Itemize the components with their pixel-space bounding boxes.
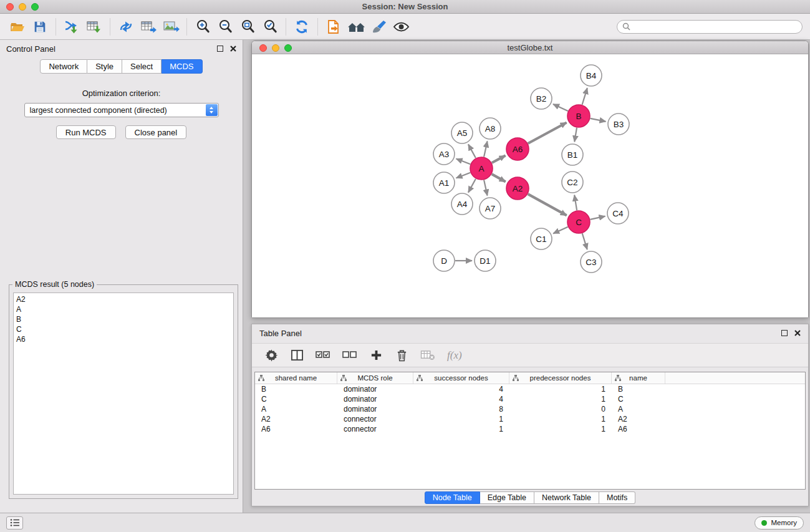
delete-column-button[interactable] [395, 349, 408, 362]
graph-node-B1[interactable]: B1 [562, 144, 583, 165]
graph-edge-C-C1[interactable] [553, 227, 568, 234]
close-network-window-button[interactable] [259, 44, 267, 52]
graph-node-B4[interactable]: B4 [581, 65, 602, 86]
deselect-all-rows-button[interactable] [342, 349, 357, 361]
graph-node-A[interactable]: A [470, 157, 493, 180]
column-header-name[interactable]: name [612, 372, 665, 384]
close-panel-icon[interactable] [230, 46, 236, 52]
graph-edge-B-B1[interactable] [574, 128, 577, 142]
graph-node-C3[interactable]: C3 [581, 251, 602, 273]
graph-edge-A-A5[interactable] [468, 144, 476, 158]
graph-node-D[interactable]: D [433, 250, 455, 271]
result-list-item[interactable]: C [14, 324, 233, 334]
import-table-button[interactable] [83, 16, 105, 37]
graph-node-C4[interactable]: C4 [607, 203, 629, 224]
tab-mcds[interactable]: MCDS [162, 59, 202, 74]
column-header-MCDS-role[interactable]: MCDS role [337, 372, 413, 384]
tab-motifs[interactable]: Motifs [599, 491, 635, 504]
result-list-item[interactable]: B [14, 314, 233, 324]
style-brush-button[interactable] [367, 16, 390, 37]
graph-node-B3[interactable]: B3 [608, 114, 629, 135]
graph-node-A4[interactable]: A4 [451, 193, 473, 215]
tab-edge-table[interactable]: Edge Table [480, 491, 534, 504]
optimization-criterion-dropdown[interactable]: largest connected component (directed) [24, 103, 219, 117]
network-window-titlebar[interactable]: testGlobe.txt [252, 41, 808, 54]
table-row[interactable]: Cdominator41C [255, 394, 805, 404]
graph-node-D1[interactable]: D1 [475, 250, 496, 271]
memory-button[interactable]: Memory [755, 516, 804, 530]
column-header-predecessor-nodes[interactable]: predecessor nodes [509, 372, 612, 384]
show-graphics-details-button[interactable] [390, 16, 412, 37]
zoom-out-button[interactable] [214, 16, 236, 37]
show-columns-button[interactable] [290, 349, 304, 361]
table-row[interactable]: A6connector11A6 [255, 424, 805, 434]
export-table-button[interactable] [137, 16, 160, 37]
tab-network-table[interactable]: Network Table [534, 491, 599, 504]
tab-style[interactable]: Style [87, 59, 122, 74]
graph-node-A3[interactable]: A3 [433, 143, 455, 165]
graph-node-A8[interactable]: A8 [480, 118, 501, 139]
add-column-button[interactable] [369, 349, 383, 361]
column-header-successor-nodes[interactable]: successor nodes [413, 372, 509, 384]
tab-network[interactable]: Network [40, 59, 87, 74]
graph-edge-B-B3[interactable] [591, 118, 606, 122]
graph-edge-B-B4[interactable] [582, 88, 587, 105]
table-row[interactable]: Bdominator41B [255, 384, 805, 394]
table-settings-button[interactable] [264, 349, 278, 362]
home-button[interactable] [345, 16, 367, 37]
close-panel-button[interactable]: Close panel [125, 125, 187, 139]
export-document-button[interactable] [322, 16, 345, 37]
graph-edge-A2-C[interactable] [528, 194, 567, 215]
window-titlebar[interactable]: Session: New Session [0, 0, 810, 14]
graph-edge-B-B2[interactable] [553, 104, 568, 111]
tab-node-table[interactable]: Node Table [425, 491, 480, 504]
table-row[interactable]: A2connector11A2 [255, 414, 805, 424]
delete-table-button[interactable] [420, 349, 435, 361]
table-row[interactable]: Adominator80A [255, 404, 805, 414]
export-network-button[interactable] [115, 16, 137, 37]
save-session-button[interactable] [29, 16, 51, 37]
result-list-item[interactable]: A2 [14, 294, 233, 304]
mcds-result-list[interactable]: A2ABCA6 [13, 293, 234, 495]
zoom-in-button[interactable] [191, 16, 214, 37]
dropdown-stepper-icon[interactable] [206, 104, 218, 116]
graph-edge-A6-B[interactable] [528, 123, 567, 144]
graph-edge-A-A2[interactable] [492, 174, 506, 181]
graph-edge-A-A7[interactable] [484, 180, 487, 196]
graph-node-C[interactable]: C [567, 211, 590, 233]
graph-node-A7[interactable]: A7 [480, 198, 501, 219]
zoom-selected-button[interactable] [259, 16, 281, 37]
export-image-button[interactable] [160, 16, 182, 37]
graph-node-A2[interactable]: A2 [506, 177, 529, 200]
graph-node-B2[interactable]: B2 [531, 88, 552, 109]
refresh-layout-button[interactable] [291, 16, 313, 37]
graph-node-C1[interactable]: C1 [531, 228, 552, 249]
graph-node-A5[interactable]: A5 [451, 122, 473, 143]
graph-edge-A-A3[interactable] [456, 159, 471, 165]
column-header-shared-name[interactable]: shared name [255, 372, 337, 384]
graph-node-B[interactable]: B [567, 105, 590, 127]
search-input[interactable] [634, 22, 797, 31]
run-mcds-button[interactable]: Run MCDS [56, 125, 116, 139]
tab-select[interactable]: Select [122, 59, 162, 74]
function-builder-button[interactable]: f(x) [447, 349, 462, 362]
zoom-fit-button[interactable] [236, 16, 259, 37]
network-canvas[interactable]: B4B2BB3A5A8A6B1A3AC2A1A2A4A7C4CC1C3DD1 [252, 54, 808, 317]
float-panel-icon[interactable] [217, 46, 223, 52]
maximize-window-button[interactable] [31, 3, 39, 11]
graph-node-A1[interactable]: A1 [433, 172, 455, 193]
result-list-item[interactable]: A6 [14, 334, 233, 344]
graph-node-C2[interactable]: C2 [562, 172, 583, 193]
graph-edge-A-A1[interactable] [456, 173, 471, 178]
search-box[interactable] [617, 20, 803, 34]
task-history-button[interactable] [6, 516, 23, 530]
result-list-item[interactable]: A [14, 304, 233, 314]
node-table[interactable]: shared nameMCDS rolesuccessor nodesprede… [254, 372, 806, 490]
graph-edge-C-C3[interactable] [582, 233, 587, 249]
graph-edge-A-A6[interactable] [492, 155, 506, 163]
close-table-panel-icon[interactable] [794, 330, 801, 336]
close-window-button[interactable] [6, 3, 14, 11]
graph-node-A6[interactable]: A6 [506, 138, 529, 160]
float-table-panel-icon[interactable] [781, 330, 788, 336]
graph-edge-A-A8[interactable] [484, 142, 487, 157]
